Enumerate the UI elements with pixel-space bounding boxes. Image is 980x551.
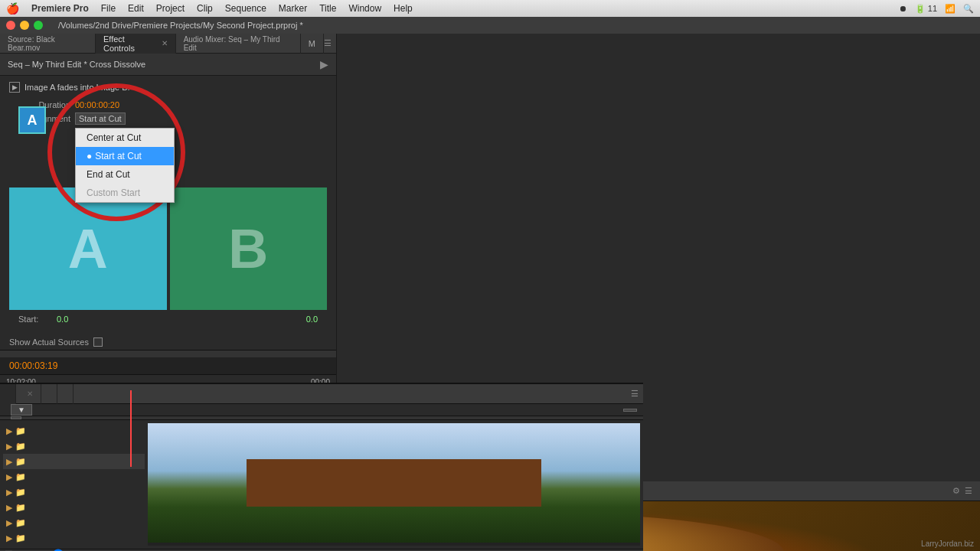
- tab-source[interactable]: Source: Black Bear.mov: [0, 34, 96, 54]
- clock-icon: 🔍: [963, 4, 974, 14]
- menu-project[interactable]: Project: [156, 3, 185, 14]
- barn-body: [247, 459, 542, 507]
- bp-tab-media-browser[interactable]: ✕: [16, 384, 41, 404]
- folder-icon-6: 📁: [15, 503, 26, 513]
- start-value[interactable]: 0.0: [57, 315, 68, 324]
- menu-title[interactable]: Title: [319, 3, 336, 14]
- bottom-panels: ✕ ☰ ▼ ▶ 📁 ▶ 📁: [0, 383, 643, 551]
- close-button[interactable]: [6, 21, 15, 30]
- pond5-dropdown[interactable]: ▼: [11, 404, 32, 416]
- ec-expand-arrow[interactable]: ▶: [320, 58, 328, 70]
- alignment-row: Alignment Start at Cut Center at Cut ● S…: [9, 111, 327, 126]
- watermark: LarryJordan.biz: [921, 540, 974, 548]
- ec-timecode-bottom[interactable]: 00:00:03:19: [0, 357, 336, 374]
- folder-expand-8: ▶: [6, 533, 12, 543]
- screen-record-icon: ⏺: [899, 4, 907, 13]
- actual-sources-row: Show Actual Sources: [0, 334, 336, 350]
- panel-menu-icon[interactable]: ☰: [324, 38, 336, 48]
- folder-expand-3: ▶: [6, 457, 12, 467]
- start-row: Start: 0.0: [9, 313, 77, 325]
- folder-expand-7: ▶: [6, 518, 12, 528]
- pond5-row: ▼: [0, 404, 643, 416]
- dropdown-item-center-at-cut[interactable]: Center at Cut: [76, 129, 174, 147]
- duration-row: Duration 00:00:00:20: [9, 99, 327, 111]
- bp-tab-effects[interactable]: [57, 384, 74, 404]
- preview-b: B: [170, 187, 328, 310]
- menu-marker[interactable]: Marker: [279, 3, 307, 14]
- menubar-right: ⏺ 🔋 11 📶 🔍: [899, 4, 974, 14]
- dropdown-item-start-at-cut[interactable]: ● Start at Cut: [76, 147, 174, 165]
- folder-icon-8: 📁: [15, 533, 26, 543]
- window-controls: [6, 21, 43, 30]
- minimize-button[interactable]: [20, 21, 29, 30]
- folder-icon-5: 📁: [15, 487, 26, 497]
- source-tab-label: Source: Black Bear.mov: [8, 35, 87, 52]
- play-button[interactable]: ▶: [9, 82, 20, 93]
- files-type-dropdown[interactable]: [623, 409, 637, 412]
- bp-file-item[interactable]: ▶ 📁: [3, 469, 145, 484]
- menu-sequence[interactable]: Sequence: [225, 3, 266, 14]
- start-label: Start:: [18, 315, 49, 324]
- alignment-dropdown-menu: Center at Cut ● Start at Cut End at Cut …: [75, 128, 175, 203]
- preview-a-letter: A: [68, 217, 108, 280]
- folder-icon-1: 📁: [15, 426, 26, 436]
- bp-panel-menu[interactable]: ☰: [631, 389, 643, 399]
- viewas-dropdown[interactable]: [11, 416, 21, 419]
- folder-expand-1: ▶: [6, 426, 12, 436]
- mini-playhead: [130, 390, 132, 467]
- ec-sequence-title: Seq – My Third Edit * Cross Dissolve: [8, 60, 145, 69]
- menu-edit[interactable]: Edit: [128, 3, 144, 14]
- actual-sources-label: Show Actual Sources: [9, 337, 89, 347]
- bp-file-item[interactable]: ▶ 📁: [3, 500, 145, 515]
- bp-file-item[interactable]: ▶ 📁: [3, 515, 145, 530]
- folder-icon-3: 📁: [15, 457, 26, 467]
- app-name: Premiere Pro: [31, 3, 89, 14]
- play-row: ▶ Image A fades into Image B.: [9, 82, 327, 93]
- folder-expand-2: ▶: [6, 442, 12, 452]
- ec-horizontal-scrollbar[interactable]: [0, 350, 336, 357]
- menu-clip[interactable]: Clip: [197, 3, 213, 14]
- ec-tab-label: Effect Controls: [103, 34, 157, 53]
- pm-settings-icon[interactable]: ⚙: [952, 486, 960, 496]
- folder-expand-4: ▶: [6, 472, 12, 482]
- dropdown-item-custom-start[interactable]: Custom Start: [76, 184, 174, 202]
- end-value[interactable]: 0.0: [306, 315, 318, 324]
- bp-tab-info[interactable]: [41, 384, 57, 404]
- bp-preview: [148, 423, 640, 546]
- battery-icon: 🔋 11: [915, 4, 937, 14]
- folder-expand-6: ▶: [6, 503, 12, 513]
- media-browser-close[interactable]: ✕: [27, 390, 33, 398]
- alignment-dropdown[interactable]: Start at Cut: [75, 112, 126, 125]
- tab-effect-controls[interactable]: Effect Controls ✕: [96, 34, 176, 54]
- bp-file-item[interactable]: ▶ 📁: [3, 530, 145, 546]
- fullscreen-button[interactable]: [34, 21, 43, 30]
- preview-area: A B: [9, 187, 327, 310]
- duration-value[interactable]: 00:00:00:20: [75, 100, 119, 109]
- tab-m[interactable]: M: [301, 34, 324, 54]
- start-end-row: Start: 0.0 0.0: [9, 310, 327, 328]
- bp-tab-project[interactable]: [0, 384, 16, 404]
- actual-sources-checkbox[interactable]: [93, 337, 103, 347]
- effect-icon: A: [18, 106, 46, 134]
- bp-file-item[interactable]: ▶ 📁: [3, 454, 145, 469]
- menu-bar: 🍎 Premiere Pro File Edit Project Clip Se…: [0, 0, 980, 17]
- bp-file-item[interactable]: ▶ 📁: [3, 484, 145, 500]
- fade-description: Image A fades into Image B.: [24, 83, 130, 92]
- bp-file-item[interactable]: ▶ 📁: [3, 423, 145, 439]
- ec-content: ▶ Image A fades into Image B. A Duration…: [0, 76, 336, 334]
- bp-file-item[interactable]: ▶ 📁: [3, 439, 145, 454]
- menu-help[interactable]: Help: [394, 3, 413, 14]
- folder-icon-2: 📁: [15, 442, 26, 452]
- ec-tab-close[interactable]: ✕: [162, 39, 168, 47]
- ec-tabs: Source: Black Bear.mov Effect Controls ✕…: [0, 34, 336, 54]
- apple-menu[interactable]: 🍎: [6, 2, 19, 15]
- folder-icon-7: 📁: [15, 518, 26, 528]
- tab-audio-mixer[interactable]: Audio Mixer: Seq – My Third Edit: [176, 34, 301, 54]
- ec-header: Seq – My Third Edit * Cross Dissolve ▶: [0, 54, 336, 76]
- pm-right-icons: ⚙ ☰: [952, 486, 972, 496]
- dropdown-item-end-at-cut[interactable]: End at Cut: [76, 165, 174, 184]
- menu-file[interactable]: File: [101, 3, 116, 14]
- pm-panel-menu-icon[interactable]: ☰: [965, 486, 972, 496]
- menu-window[interactable]: Window: [348, 3, 381, 14]
- bp-filename: [148, 543, 640, 546]
